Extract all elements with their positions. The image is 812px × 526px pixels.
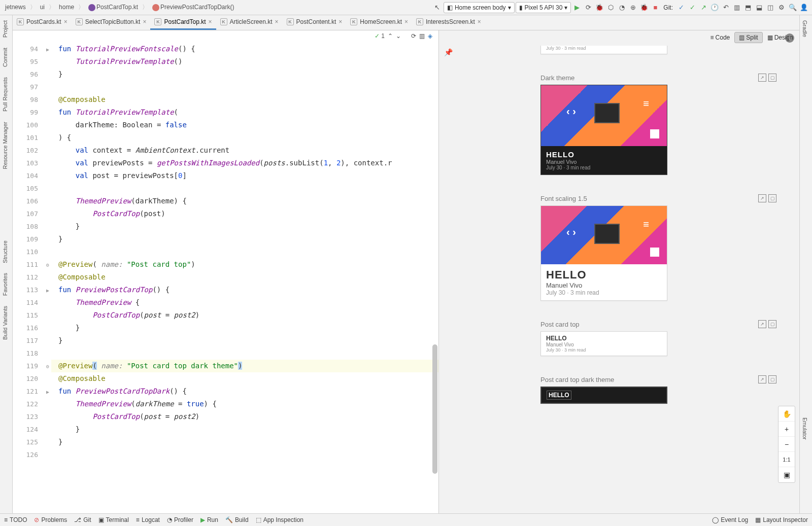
bottom-build[interactable]: 🔨Build bbox=[225, 516, 249, 523]
file-tab[interactable]: KPostContent.kt× bbox=[283, 15, 347, 30]
deploy-preview-icon[interactable]: ↗ bbox=[758, 74, 766, 82]
code-editor[interactable]: ✓1 ⌃ ⌄ ⟳ ▥ ◈ 94▶959697989910010110210310… bbox=[13, 30, 439, 513]
run-config-dropdown[interactable]: ◧ Home screen body ▾ bbox=[444, 2, 515, 13]
file-tab[interactable]: KHomeScreen.kt× bbox=[346, 15, 412, 30]
close-icon[interactable]: × bbox=[478, 18, 481, 25]
view-split-tab[interactable]: ▥Split bbox=[734, 32, 762, 43]
chevron-down-icon[interactable]: ⌄ bbox=[396, 32, 401, 40]
deploy-preview-icon[interactable]: ↗ bbox=[758, 194, 766, 202]
preview-card-dark[interactable]: ‹ ›≡ HELLO Manuel Vivo July 30 · 3 min r… bbox=[540, 85, 667, 175]
close-icon[interactable]: × bbox=[209, 18, 212, 25]
profile-icon[interactable]: ◔ bbox=[617, 3, 627, 13]
zoom-out-icon[interactable]: − bbox=[779, 437, 795, 452]
interactive-preview-icon[interactable]: ▢ bbox=[768, 74, 776, 82]
refresh-icon[interactable]: ⟳ bbox=[411, 32, 416, 40]
code-text[interactable]: fun TutorialPreviewFontscale() { Tutoria… bbox=[51, 30, 438, 513]
debug-icon[interactable]: 🐞 bbox=[594, 3, 604, 13]
git-commit-icon[interactable]: ✓ bbox=[687, 3, 697, 13]
sidebar-pull-requests[interactable]: Pull Requests bbox=[0, 72, 10, 117]
breadcrumb-item[interactable]: ui bbox=[38, 3, 47, 12]
preview-card[interactable]: Manuel Vivo July 30 · 3 min read bbox=[540, 46, 667, 54]
deploy-preview-icon[interactable]: ↗ bbox=[758, 320, 766, 328]
phone-icon: ▮ bbox=[519, 4, 523, 11]
git-push-icon[interactable]: ↗ bbox=[698, 3, 708, 13]
bottom-layout-inspector[interactable]: ▦Layout Inspector bbox=[755, 516, 808, 523]
more-run-icon[interactable]: 🐞 bbox=[639, 3, 649, 13]
git-rollback-icon[interactable]: ↶ bbox=[721, 3, 731, 13]
sidebar-favorites[interactable]: Favorites bbox=[0, 268, 10, 301]
attach-debugger-icon[interactable]: ⊕ bbox=[628, 3, 638, 13]
search-icon[interactable]: 🔍 bbox=[788, 3, 798, 13]
breadcrumb-item[interactable]: PostCardTop.kt bbox=[86, 3, 140, 12]
zoom-fit-icon[interactable]: ▣ bbox=[779, 467, 795, 482]
sidebar-project[interactable]: Project bbox=[0, 15, 10, 43]
file-tab[interactable]: KInterestsScreen.kt× bbox=[412, 15, 485, 30]
git-history-icon[interactable]: 🕐 bbox=[709, 3, 720, 13]
sidebar-structure[interactable]: Structure bbox=[0, 235, 10, 268]
profiler-icon: ◔ bbox=[167, 516, 172, 523]
close-icon[interactable]: × bbox=[143, 18, 146, 25]
preview-card-font-scaled[interactable]: ‹ ›≡ HELLO Manuel Vivo July 30 · 3 min r… bbox=[540, 205, 667, 301]
breadcrumb-item[interactable]: jetnews bbox=[3, 3, 28, 12]
breadcrumb-item[interactable]: PreviewPostCardTopDark() bbox=[150, 3, 236, 12]
close-icon[interactable]: × bbox=[404, 18, 408, 25]
interactive-preview-icon[interactable]: ▢ bbox=[768, 194, 776, 202]
device-target-dropdown[interactable]: ▮ Pixel 5 API 30 ▾ bbox=[516, 2, 571, 13]
bottom-run[interactable]: ▶Run bbox=[200, 516, 218, 523]
interactive-preview-icon[interactable]: ▢ bbox=[768, 320, 776, 328]
bottom-app-inspection[interactable]: ⬚App Inspection bbox=[256, 516, 303, 523]
sidebar-build-variants[interactable]: Build Variants bbox=[0, 301, 10, 345]
sdk-manager-icon[interactable]: ⬒ bbox=[743, 3, 753, 13]
zoom-in-icon[interactable]: + bbox=[779, 422, 795, 437]
nav-back-icon[interactable]: ↖ bbox=[432, 3, 443, 13]
zoom-reset[interactable]: 1:1 bbox=[779, 452, 795, 467]
chevron-up-icon[interactable]: ⌃ bbox=[388, 32, 393, 40]
breadcrumb[interactable]: jetnews〉 ui〉 home〉 PostCardTop.kt〉 Previ… bbox=[3, 3, 236, 12]
layers-icon[interactable]: ◈ bbox=[428, 32, 432, 40]
sidebar-emulator[interactable]: Emulator bbox=[800, 412, 810, 445]
apply-changes-icon[interactable]: ⟳ bbox=[583, 3, 593, 13]
settings-icon[interactable]: ⚙ bbox=[776, 3, 787, 13]
close-icon[interactable]: × bbox=[64, 18, 67, 25]
sidebar-commit[interactable]: Commit bbox=[0, 43, 10, 72]
file-tab[interactable]: KSelectTopicButton.kt× bbox=[72, 15, 151, 30]
file-tab[interactable]: KPostCardTop.kt× bbox=[150, 15, 216, 30]
file-tab[interactable]: KPostCards.kt× bbox=[13, 15, 72, 30]
sync-icon[interactable]: ◫ bbox=[765, 3, 775, 13]
bottom-logcat[interactable]: ≡Logcat bbox=[136, 516, 160, 523]
line-number-gutter[interactable]: 94▶9596979899100101102103104105106107108… bbox=[13, 30, 51, 513]
resource-manager-icon[interactable]: ⬓ bbox=[754, 3, 764, 13]
file-tab[interactable]: KArticleScreen.kt× bbox=[216, 15, 283, 30]
view-code-tab[interactable]: ≡Code bbox=[706, 32, 735, 43]
view-mode-switcher: ≡Code ▥Split ▦Design bbox=[706, 32, 798, 43]
bottom-problems[interactable]: ⊘Problems bbox=[34, 516, 67, 523]
terminal-icon: ▣ bbox=[98, 516, 104, 523]
bottom-event-log[interactable]: ◯Event Log bbox=[712, 516, 748, 523]
stop-icon[interactable]: ■ bbox=[650, 3, 660, 13]
breadcrumb-item[interactable]: home bbox=[57, 3, 76, 12]
layout-icon[interactable]: ▥ bbox=[419, 32, 425, 40]
coverage-icon[interactable]: ⬡ bbox=[605, 3, 616, 13]
pan-tool-icon[interactable]: ✋ bbox=[779, 406, 795, 422]
avd-manager-icon[interactable]: ▥ bbox=[732, 3, 742, 13]
bottom-todo[interactable]: ≡TODO bbox=[4, 516, 27, 523]
kotlin-file-icon: K bbox=[416, 18, 423, 25]
close-icon[interactable]: × bbox=[339, 18, 342, 25]
view-design-tab[interactable]: ▦Design bbox=[763, 32, 798, 43]
close-icon[interactable]: × bbox=[275, 18, 279, 25]
editor-scrollbar[interactable] bbox=[431, 48, 438, 511]
sidebar-gradle[interactable]: Gradle bbox=[800, 15, 810, 42]
preview-surface[interactable]: Manuel Vivo July 30 · 3 min read Dark th… bbox=[439, 46, 799, 513]
editor-inspection-widget[interactable]: ✓1 ⌃ ⌄ ⟳ ▥ ◈ bbox=[375, 32, 432, 40]
bottom-terminal[interactable]: ▣Terminal bbox=[98, 516, 129, 523]
interactive-preview-icon[interactable]: ▢ bbox=[768, 375, 776, 383]
run-icon[interactable]: ▶ bbox=[572, 3, 582, 13]
preview-card-top-dark[interactable]: HELLO bbox=[540, 387, 667, 404]
sidebar-resource-manager[interactable]: Resource Manager bbox=[0, 117, 10, 174]
account-icon[interactable]: 👤 bbox=[799, 3, 809, 13]
git-update-icon[interactable]: ✓ bbox=[676, 3, 686, 13]
deploy-preview-icon[interactable]: ↗ bbox=[758, 375, 766, 383]
bottom-git[interactable]: ⎇Git bbox=[74, 516, 91, 523]
bottom-profiler[interactable]: ◔Profiler bbox=[167, 516, 193, 523]
preview-card-top[interactable]: HELLO Manuel Vivo July 30 · 3 min read bbox=[540, 331, 667, 356]
